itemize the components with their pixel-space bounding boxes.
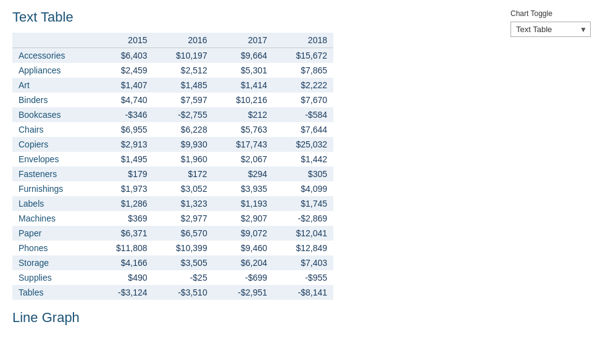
value-cell: $1,973 [93,181,153,196]
value-cell: -$699 [214,270,273,285]
value-cell: $11,808 [93,241,153,255]
value-cell: $7,403 [273,255,333,270]
data-table: 2015 2016 2017 2018 Accessories$6,403$10… [12,33,333,300]
category-cell: Fasteners [12,167,93,181]
col-header-2018: 2018 [273,33,333,48]
value-cell: $2,977 [154,211,214,226]
category-cell: Paper [12,226,93,241]
value-cell: $4,099 [273,181,333,196]
table-row: Envelopes$1,495$1,960$2,067$1,442 [12,152,333,167]
value-cell: $6,204 [214,255,273,270]
table-row: Accessories$6,403$10,197$9,664$15,672 [12,48,333,64]
value-cell: $17,743 [214,137,273,152]
chart-toggle-label: Chart Toggle [510,9,591,18]
main-content: Text Table 2015 2016 2017 2018 Accessori… [0,0,501,364]
table-row: Art$1,407$1,485$1,414$2,222 [12,78,333,93]
value-cell: -$8,141 [273,285,333,300]
value-cell: -$3,510 [154,285,214,300]
value-cell: $2,459 [93,63,153,78]
value-cell: $6,371 [93,226,153,241]
table-row: Supplies$490-$25-$699-$955 [12,270,333,285]
col-header-category [12,33,93,48]
value-cell: $12,041 [273,226,333,241]
value-cell: $5,763 [214,122,273,137]
value-cell: $7,865 [273,63,333,78]
value-cell: -$584 [273,107,333,122]
table-row: Furnishings$1,973$3,052$3,935$4,099 [12,181,333,196]
value-cell: $7,644 [273,122,333,137]
table-row: Binders$4,740$7,597$10,216$7,670 [12,93,333,107]
category-cell: Accessories [12,48,93,64]
category-cell: Envelopes [12,152,93,167]
value-cell: $7,597 [154,93,214,107]
category-cell: Machines [12,211,93,226]
value-cell: $3,505 [154,255,214,270]
table-row: Paper$6,371$6,570$9,072$12,041 [12,226,333,241]
value-cell: $1,193 [214,196,273,211]
bottom-section-title: Line Graph [12,310,489,326]
value-cell: $2,907 [214,211,273,226]
page-title: Text Table [12,9,489,25]
table-row: Storage$4,166$3,505$6,204$7,403 [12,255,333,270]
value-cell: $369 [93,211,153,226]
value-cell: $10,216 [214,93,273,107]
page-container: Text Table 2015 2016 2017 2018 Accessori… [0,0,600,364]
value-cell: $3,052 [154,181,214,196]
value-cell: -$2,755 [154,107,214,122]
value-cell: $2,512 [154,63,214,78]
table-row: Chairs$6,955$6,228$5,763$7,644 [12,122,333,137]
value-cell: $2,222 [273,78,333,93]
value-cell: $6,955 [93,122,153,137]
table-header-row: 2015 2016 2017 2018 [12,33,333,48]
value-cell: $1,495 [93,152,153,167]
value-cell: $6,403 [93,48,153,64]
category-cell: Bookcases [12,107,93,122]
value-cell: $179 [93,167,153,181]
value-cell: $294 [214,167,273,181]
value-cell: $2,067 [214,152,273,167]
category-cell: Art [12,78,93,93]
table-row: Machines$369$2,977$2,907-$2,869 [12,211,333,226]
value-cell: $172 [154,167,214,181]
value-cell: $9,930 [154,137,214,152]
sidebar: Chart Toggle Text TableLine GraphBar Cha… [501,0,600,364]
value-cell: $1,745 [273,196,333,211]
value-cell: $490 [93,270,153,285]
value-cell: $1,485 [154,78,214,93]
chart-toggle-select[interactable]: Text TableLine GraphBar Chart [510,22,591,37]
category-cell: Tables [12,285,93,300]
value-cell: $1,407 [93,78,153,93]
value-cell: $4,740 [93,93,153,107]
value-cell: $1,323 [154,196,214,211]
value-cell: $4,166 [93,255,153,270]
category-cell: Labels [12,196,93,211]
value-cell: -$3,124 [93,285,153,300]
value-cell: $10,197 [154,48,214,64]
value-cell: $2,913 [93,137,153,152]
col-header-2015: 2015 [93,33,153,48]
table-row: Labels$1,286$1,323$1,193$1,745 [12,196,333,211]
value-cell: $3,935 [214,181,273,196]
value-cell: $1,286 [93,196,153,211]
value-cell: $25,032 [273,137,333,152]
col-header-2017: 2017 [214,33,273,48]
category-cell: Copiers [12,137,93,152]
value-cell: -$2,869 [273,211,333,226]
category-cell: Storage [12,255,93,270]
value-cell: $10,399 [154,241,214,255]
value-cell: $305 [273,167,333,181]
value-cell: $5,301 [214,63,273,78]
value-cell: $9,072 [214,226,273,241]
value-cell: $1,414 [214,78,273,93]
table-row: Appliances$2,459$2,512$5,301$7,865 [12,63,333,78]
category-cell: Binders [12,93,93,107]
category-cell: Furnishings [12,181,93,196]
value-cell: -$346 [93,107,153,122]
table-row: Fasteners$179$172$294$305 [12,167,333,181]
value-cell: $7,670 [273,93,333,107]
value-cell: -$955 [273,270,333,285]
chart-toggle-dropdown-container: Text TableLine GraphBar Chart ▼ [510,22,591,37]
category-cell: Supplies [12,270,93,285]
value-cell: $212 [214,107,273,122]
table-row: Copiers$2,913$9,930$17,743$25,032 [12,137,333,152]
